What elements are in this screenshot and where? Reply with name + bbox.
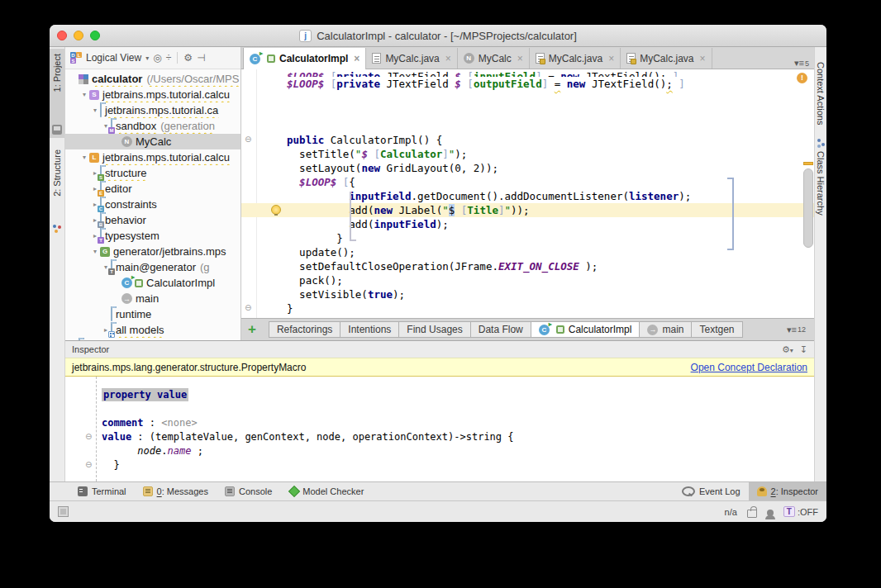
tree-item-typesystem[interactable]: ▸Ttypesystem <box>65 228 240 244</box>
inspector-line-0[interactable]: property value <box>102 388 814 402</box>
typesystem-trace-widget[interactable]: T :OFF <box>783 506 818 517</box>
code-line-2[interactable] <box>241 91 814 105</box>
tree-item-calculatorimpl[interactable]: C▸CalculatorImpl <box>65 275 240 291</box>
tree-item-structure[interactable]: ▸Sstructure <box>65 165 240 181</box>
chevron-down-icon[interactable]: ▾ <box>145 55 149 62</box>
inspector-line-4[interactable]: node.name ; <box>102 444 814 458</box>
add-tab-button[interactable]: + <box>245 322 263 338</box>
tree-item-sandbox[interactable]: ▾Msandbox(generation <box>65 118 240 134</box>
chevron-down-icon[interactable]: ▾ <box>90 107 100 114</box>
warning-indicator-icon[interactable]: ! <box>797 73 807 83</box>
editor-tab-mycalc-java[interactable]: MyCalc.java× <box>621 48 712 69</box>
fold-icon[interactable]: ⊖ <box>245 304 251 312</box>
aspect-tab-calculatorimpl[interactable]: C▸CalculatorImpl <box>531 321 641 338</box>
lock-icon[interactable] <box>747 510 757 518</box>
intention-bulb-icon[interactable] <box>271 205 281 215</box>
toolwindow-button-1-project[interactable]: 1: Project <box>50 49 64 138</box>
aspect-tab-textgen[interactable]: Textgen <box>691 321 742 338</box>
toolwindow-button-2-inspector[interactable]: 2: Inspector <box>749 482 826 500</box>
inspector-line-5[interactable]: ⊖ } <box>102 458 814 472</box>
error-stripe-mark[interactable] <box>803 162 813 165</box>
code-segment: JTextField() <box>585 78 666 90</box>
close-tab-icon[interactable]: × <box>517 53 523 64</box>
tree-item-editor[interactable]: ▸Eeditor <box>65 181 240 197</box>
open-concept-declaration-link[interactable]: Open Concept Declaration <box>691 362 807 373</box>
tree-item-jetbrains-mps-tutorial-calcu[interactable]: ▾Ljetbrains.mps.tutorial.calcu <box>65 149 240 165</box>
close-tab-icon[interactable]: × <box>700 53 706 64</box>
close-tab-icon[interactable]: × <box>354 53 360 64</box>
fold-icon[interactable]: ⊖ <box>85 461 92 469</box>
toolwindow-button-console[interactable]: Console <box>217 482 280 500</box>
toolwindow-button-2-structure[interactable]: 2: Structure <box>50 145 64 237</box>
caret-position-widget[interactable]: n/a <box>725 507 737 517</box>
tab-list-button[interactable]: ▾≡5 <box>789 58 814 69</box>
code-line-7[interactable]: setLayout(new GridLayout(0, 2)); <box>241 161 814 175</box>
editor-tab-mycalc[interactable]: NMyCalc× <box>458 48 530 69</box>
aspect-tab-find-usages[interactable]: Find Usages <box>398 321 470 338</box>
chevron-down-icon[interactable]: ▾ <box>90 248 100 255</box>
code-line-3[interactable] <box>241 105 814 119</box>
tree-item-main[interactable]: →main <box>65 291 240 306</box>
code-line-0[interactable]: $LOOP$ [private JTextField $ [inputField… <box>241 69 814 77</box>
tree-item-all-models[interactable]: ▸all models <box>65 322 240 338</box>
tree-item-jetbrains-mps-tutorial-calcu[interactable]: ▾Sjetbrains.mps.tutorial.calcu <box>65 87 240 102</box>
code-line-4[interactable] <box>241 119 814 133</box>
tree-item-main-generator[interactable]: ▾Tmain@generator(g <box>65 259 240 275</box>
close-window-button[interactable] <box>57 31 67 40</box>
editor-tab-mycalc-java[interactable]: MyCalc.java× <box>530 48 621 69</box>
code-line-1[interactable]: $LOOP$ [private JTextField $ [outputFiel… <box>241 77 814 91</box>
tree-item-label: generator/jetbrains.mps <box>113 245 226 258</box>
tree-item-jetbrains-mps-tutorial-ca[interactable]: ▾jetbrains.mps.tutorial.ca <box>65 102 240 118</box>
chevron-down-icon[interactable]: ▾ <box>79 91 89 98</box>
aspect-tab-refactorings[interactable]: Refactorings <box>269 321 340 338</box>
close-tab-icon[interactable]: × <box>445 53 451 64</box>
aspect-tab-data-flow[interactable]: Data Flow <box>470 321 531 338</box>
inspector-line-3[interactable]: ⊖value : (templateValue, genContext, nod… <box>102 430 814 444</box>
editor-tab-mycalc-java[interactable]: MyCalc.java× <box>366 48 457 69</box>
toolwindow-button-terminal[interactable]: Terminal <box>69 482 135 500</box>
aspect-tab-intentions[interactable]: Intentions <box>340 321 399 338</box>
inspector-line-2[interactable]: comment : <none> <box>102 416 814 430</box>
fold-icon[interactable]: ⊖ <box>245 135 251 144</box>
hide-panel-icon[interactable]: ⊣ <box>197 53 205 63</box>
toolwindow-button-0-messages[interactable]: 0: Messages <box>135 482 217 500</box>
close-tab-icon[interactable]: × <box>608 53 614 64</box>
tree-item-behavior[interactable]: ▸Bbehavior <box>65 212 240 228</box>
code-line-17[interactable]: ⊖ } <box>241 301 814 315</box>
zoom-window-button[interactable] <box>90 31 100 40</box>
bottom-tab-list-button[interactable]: ▾≡ 12 <box>782 325 811 335</box>
tree-item-constraints[interactable]: ▸Cconstraints <box>65 197 240 212</box>
tree-item-generator-jetbrains-mps[interactable]: ▾Ggenerator/jetbrains.mps <box>65 244 240 259</box>
hector-inspector-icon[interactable] <box>767 510 774 516</box>
toolwindow-button-class-hierarchy[interactable]: Class Hierarchy <box>815 136 826 229</box>
chevron-down-icon[interactable]: ▾ <box>79 154 89 161</box>
code-line-5[interactable]: ⊖ public CalculatorImpl() { <box>241 133 814 147</box>
toolwindow-toggle-icon[interactable] <box>58 506 69 517</box>
toolwindow-button-context-actions[interactable]: Context Actions <box>815 47 826 130</box>
code-editor[interactable]: $LOOP$ [private JTextField $ [inputField… <box>241 69 814 318</box>
gear-icon[interactable]: ⚙▾ <box>782 344 793 355</box>
collapse-all-icon[interactable]: ÷ <box>166 53 172 63</box>
code-line-14[interactable]: setDefaultCloseOperation(JFrame.EXIT_ON_… <box>241 259 814 273</box>
toolwindow-button-event-log[interactable]: Event Log <box>674 482 749 500</box>
traffic-lights <box>57 31 100 40</box>
tree-item-runtime[interactable]: runtime <box>65 306 240 322</box>
aspect-tab-main[interactable]: →main <box>639 321 692 338</box>
scroll-to-node-icon[interactable]: ◎ <box>153 53 161 63</box>
inspector-line-1[interactable] <box>102 402 814 416</box>
node-icon: N <box>464 53 474 64</box>
toolwindow-button-model-checker[interactable]: Model Checker <box>280 482 372 500</box>
minimize-window-button[interactable] <box>74 31 83 40</box>
tree-item-calculator[interactable]: calculator(/Users/Oscar/MPS <box>65 71 240 87</box>
inspector-editor[interactable]: property valuecomment : <none>⊖value : (… <box>65 377 814 481</box>
tree-item-mycalc[interactable]: NMyCalc <box>65 134 240 149</box>
view-selector[interactable]: Logical View <box>86 52 141 64</box>
editor-scrollbar-thumb[interactable] <box>803 168 813 248</box>
gear-icon[interactable]: ⚙ <box>183 53 193 63</box>
minimize-panel-icon[interactable]: ↧ <box>800 344 807 355</box>
code-line-16[interactable]: setVisible(true); <box>241 287 814 301</box>
code-line-15[interactable]: pack(); <box>241 273 814 287</box>
code-line-6[interactable]: setTitle("$ [Calculator]"); <box>241 147 814 161</box>
editor-tab-calculatorimpl[interactable]: C▸CalculatorImpl× <box>243 48 366 69</box>
fold-icon[interactable]: ⊖ <box>85 433 92 441</box>
